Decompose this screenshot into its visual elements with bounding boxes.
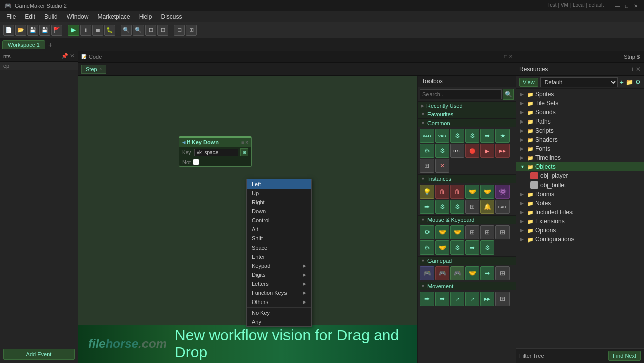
tree-item-rooms[interactable]: ▶ 📁 Rooms (516, 190, 644, 199)
ti-play1[interactable]: ▶ (480, 144, 494, 158)
ti-var1[interactable]: VAR (420, 129, 434, 143)
left-panel-pin[interactable]: 📌 (61, 53, 68, 59)
tb-debug[interactable]: 🐛 (104, 25, 115, 36)
resources-view-btn[interactable]: View (519, 78, 538, 87)
toolbox-section-recently-used[interactable]: ▶ Recently Used (418, 102, 516, 110)
tree-item-included-files[interactable]: ▶ 📁 Included Files (516, 208, 644, 217)
tb-save2[interactable]: 💾 (39, 25, 50, 36)
resources-settings-icon[interactable]: ⚙ (635, 79, 641, 86)
ti-m8[interactable]: 🤝 (435, 240, 449, 255)
dropdown-item-left[interactable]: Left (247, 179, 311, 189)
ti-gear2[interactable]: ⚙ (465, 129, 479, 143)
dropdown-item-letters[interactable]: Letters▶ (247, 279, 311, 288)
toolbox-section-movement[interactable]: ▼ Movement (418, 282, 516, 290)
toolbox-section-gamepad[interactable]: ▼ Gamepad (418, 256, 516, 265)
tb-layout2[interactable]: ⊞ (186, 25, 197, 36)
tree-item-obj-player[interactable]: obj_player (516, 171, 644, 180)
ti-mv4[interactable]: ↗ (465, 292, 479, 306)
dropdown-item-function-keys[interactable]: Function Keys▶ (247, 288, 311, 297)
block-collapse-icon[interactable]: ◀ (182, 140, 185, 145)
ti-gear1[interactable]: ⚙ (450, 129, 464, 143)
key-field-btn[interactable]: ⊞ (240, 148, 248, 156)
ti-m3[interactable]: 🤝 (450, 225, 464, 239)
ti-arrow1[interactable]: ➡ (480, 129, 494, 143)
tb-zoom-out[interactable]: 🔍 (133, 25, 144, 36)
tree-item-sounds[interactable]: ▶ 📁 Sounds (516, 108, 644, 117)
tb-zoom-fit[interactable]: ⊡ (145, 25, 156, 36)
find-next-button[interactable]: Find Next (608, 351, 641, 361)
ti-gear3[interactable]: ⚙ (420, 144, 434, 158)
ti-arrow-inst[interactable]: ➡ (420, 200, 434, 214)
dropdown-item-space[interactable]: Space (247, 243, 311, 252)
toolbox-search-input[interactable] (420, 89, 502, 99)
dropdown-item-alt[interactable]: Alt (247, 225, 311, 234)
add-event-button[interactable]: Add Event (3, 349, 75, 360)
tb-zoom-in[interactable]: 🔍 (121, 25, 132, 36)
ti-else[interactable]: ELSE (450, 144, 464, 158)
ti-gear-inst[interactable]: ⚙ (435, 200, 449, 214)
menu-marketplace[interactable]: Marketplace (93, 12, 134, 21)
ti-trash1[interactable]: 🗑 (435, 185, 449, 199)
ti-m7[interactable]: ⚙ (420, 240, 434, 255)
dropdown-item-control[interactable]: Control (247, 216, 311, 225)
code-win-minimize[interactable]: — (497, 54, 503, 59)
menu-file[interactable]: File (2, 12, 20, 21)
ti-mv1[interactable]: ➡ (420, 292, 434, 306)
tree-item-paths[interactable]: ▶ 📁 Paths (516, 117, 644, 126)
tree-item-scripts[interactable]: ▶ 📁 Scripts (516, 126, 644, 135)
tree-item-fonts[interactable]: ▶ 📁 Shaders (516, 135, 644, 144)
toolbox-section-instances[interactable]: ▼ Instances (418, 174, 516, 183)
ti-m2[interactable]: 🤝 (435, 225, 449, 239)
tb-layout[interactable]: ⊟ (174, 25, 185, 36)
close-btn[interactable]: ✕ (632, 2, 640, 10)
menu-discuss[interactable]: Discuss (157, 12, 186, 21)
ti-bulb[interactable]: 💡 (420, 185, 434, 199)
ti-star[interactable]: ★ (495, 129, 510, 143)
resources-add-btn[interactable]: + (631, 66, 634, 73)
ti-trash2[interactable]: 🗑 (450, 185, 464, 199)
ti-m11[interactable]: ⚙ (480, 240, 494, 255)
tree-item-sprites[interactable]: ▶ 📁 Sprites (516, 90, 644, 99)
toolbox-section-common[interactable]: ▼ Common (418, 118, 516, 127)
key-field-value[interactable]: vk_space (194, 149, 238, 156)
dropdown-item-keypad[interactable]: Keypad▶ (247, 261, 311, 270)
resources-folder-icon[interactable]: 📁 (626, 79, 633, 86)
tree-item-fonts2[interactable]: ▶ 📁 Fonts (516, 144, 644, 153)
ti-hand2[interactable]: 🤝 (480, 185, 494, 199)
not-checkbox[interactable] (193, 159, 199, 165)
ti-bell[interactable]: 🔔 (480, 200, 494, 214)
ti-gp5[interactable]: ➡ (480, 266, 494, 280)
ti-var2[interactable]: VAR (435, 129, 449, 143)
dropdown-item-down[interactable]: Down (247, 207, 311, 216)
toolbox-search-button[interactable]: 🔍 (503, 89, 514, 100)
ti-gp4[interactable]: 🤝 (465, 266, 479, 280)
dropdown-item-right[interactable]: Right (247, 198, 311, 207)
ti-play2[interactable]: ▶▶ (495, 144, 510, 158)
tb-stop[interactable]: ⏹ (92, 25, 103, 36)
workspace-add-tab[interactable]: + (45, 40, 55, 50)
ti-x1[interactable]: ✕ (435, 159, 449, 173)
dropdown-item-others[interactable]: Others▶ (247, 297, 311, 307)
tb-flag[interactable]: 🚩 (51, 25, 62, 36)
code-win-close[interactable]: ✕ (509, 54, 513, 59)
resources-add-icon[interactable]: + (620, 78, 624, 86)
tb-save[interactable]: 💾 (27, 25, 38, 36)
workspace-tab-1[interactable]: Workspace 1 (2, 40, 45, 49)
tb-play[interactable]: ▶ (68, 25, 79, 36)
block-menu-btn[interactable]: ≡ (241, 140, 244, 145)
ti-gp2[interactable]: 🎮 (435, 266, 449, 280)
resources-close-btn[interactable]: ✕ (636, 66, 641, 73)
step-tab-close[interactable]: × (99, 66, 102, 72)
ti-mv6[interactable]: ⊞ (495, 292, 510, 306)
menu-edit[interactable]: Edit (21, 12, 39, 21)
ti-m5[interactable]: ⊞ (480, 225, 494, 239)
dropdown-item-enter[interactable]: Enter (247, 252, 311, 261)
tree-item-timelines[interactable]: ▶ 📁 Timelines (516, 153, 644, 162)
ti-m4[interactable]: ⊞ (465, 225, 479, 239)
minimize-btn[interactable]: — (614, 2, 622, 10)
tb-open[interactable]: 📂 (15, 25, 26, 36)
toolbox-section-favourites[interactable]: ▼ Favourites (418, 110, 516, 118)
tree-item-configurations[interactable]: ▶ 📁 Configurations (516, 235, 644, 244)
tb-pause[interactable]: ⏸ (80, 25, 91, 36)
dropdown-item-digits[interactable]: Digits▶ (247, 270, 311, 279)
